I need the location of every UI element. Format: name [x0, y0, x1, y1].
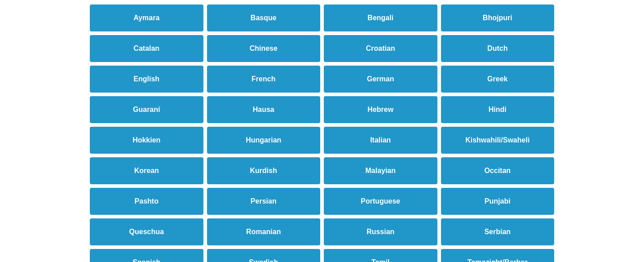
language-button[interactable]: Dutch — [441, 35, 555, 62]
language-button[interactable]: Greek — [441, 66, 555, 93]
language-button[interactable]: Queschua — [90, 218, 203, 245]
language-button[interactable]: Italian — [324, 127, 437, 154]
language-button[interactable]: Hokkien — [90, 127, 203, 154]
language-button[interactable]: Kishwahili/Swaheli — [441, 127, 555, 154]
language-button[interactable]: Bengali — [324, 4, 437, 31]
language-button[interactable]: Occitan — [441, 157, 555, 184]
language-button[interactable]: Croatian — [324, 35, 437, 62]
language-button[interactable]: Basque — [207, 4, 321, 31]
language-button[interactable]: Hungarian — [207, 127, 321, 154]
language-button[interactable]: Kurdish — [207, 157, 321, 184]
language-button[interactable]: Tamil — [324, 249, 437, 262]
language-button[interactable]: German — [324, 66, 437, 93]
language-button[interactable]: Swedish — [207, 249, 321, 262]
language-button[interactable]: Portuguese — [324, 188, 437, 215]
language-button[interactable]: Bhojpuri — [441, 4, 555, 31]
language-button[interactable]: Punjabi — [441, 188, 555, 215]
language-button[interactable]: Guaraní — [90, 96, 203, 123]
language-button[interactable]: Romanian — [207, 218, 321, 245]
language-grid: AymaraBasqueBengaliBhojpuriCatalanChines… — [90, 4, 554, 262]
language-button[interactable]: Malayian — [324, 157, 437, 184]
language-button[interactable]: Serbian — [441, 218, 555, 245]
language-button[interactable]: French — [207, 66, 321, 93]
language-button[interactable]: English — [90, 66, 203, 93]
language-button[interactable]: Hebrew — [324, 96, 437, 123]
language-button[interactable]: Hausa — [207, 96, 321, 123]
language-button[interactable]: Russian — [324, 218, 437, 245]
language-button[interactable]: Spanish — [90, 249, 203, 262]
language-button[interactable]: Pashto — [90, 188, 203, 215]
language-button[interactable]: Chinese — [207, 35, 321, 62]
language-button[interactable]: Hindi — [441, 96, 555, 123]
language-button[interactable]: Catalan — [90, 35, 203, 62]
language-button[interactable]: Aymara — [90, 4, 203, 31]
language-button[interactable]: Korean — [90, 157, 203, 184]
language-button[interactable]: Tamazight/Berber — [441, 249, 555, 262]
language-button[interactable]: Persian — [207, 188, 321, 215]
